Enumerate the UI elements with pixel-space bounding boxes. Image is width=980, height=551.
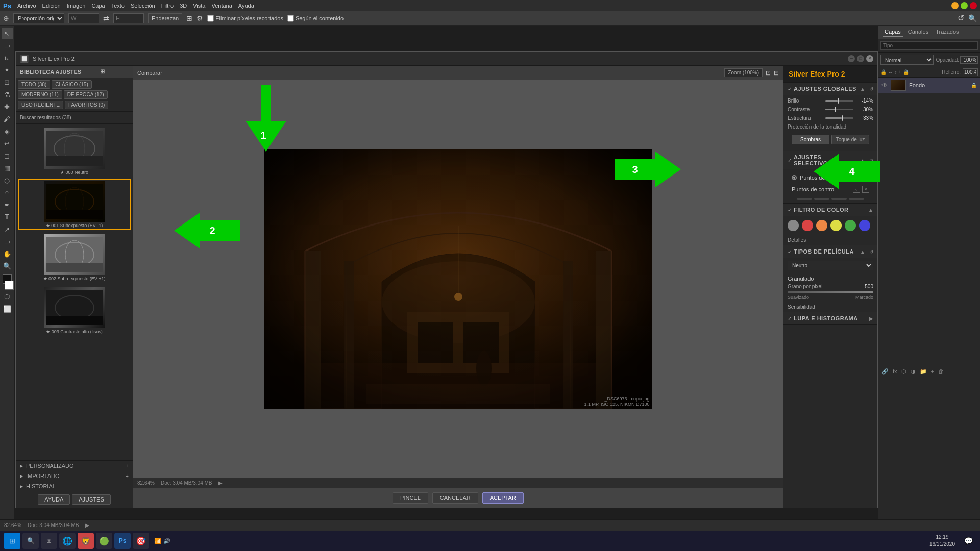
menu-ventana[interactable]: Ventana [211,3,232,9]
history-brush[interactable]: ↩ [2,138,13,149]
settings-icon[interactable]: ⚙ [197,14,203,22]
sensibilidad-label[interactable]: Sensibilidad [783,302,877,312]
new-layer-icon[interactable]: + [931,368,934,375]
move-tool[interactable]: ↖ [2,28,13,39]
color-dot-blue[interactable] [859,220,870,231]
toque-button[interactable]: Toque de luz [831,135,869,144]
taskbar-ps-button[interactable]: Ps [114,533,131,549]
clone-tool[interactable]: ◈ [2,126,13,137]
estructura-slider[interactable] [825,117,853,119]
taskbar-taskview-button[interactable]: ⊞ [41,533,57,549]
menu-texto[interactable]: Texto [111,3,125,9]
background-color[interactable] [5,281,14,290]
color-filter-header[interactable]: ✓ FILTRO DE COLOR ▲ [783,204,877,216]
dodge-tool[interactable]: ○ [2,187,13,198]
heal-tool[interactable]: ✚ [2,101,13,112]
ayuda-button[interactable]: AYUDA [38,494,70,505]
grid-icon[interactable]: ⊞ [186,14,192,22]
menu-capa[interactable]: Capa [91,3,105,9]
gradient-tool[interactable]: ▦ [2,162,13,173]
lasso-tool[interactable]: ⊾ [2,52,13,63]
film-type-select[interactable]: Neutro [788,261,873,270]
pen-tool[interactable]: ✒ [2,199,13,210]
brillo-slider[interactable] [825,100,853,102]
plugin-maximize-btn[interactable]: □ [857,55,864,62]
importado-add-icon[interactable]: + [126,473,129,479]
swap-icon[interactable]: ⇄ [103,14,109,22]
zoom-full-icon[interactable]: ⊟ [774,69,779,77]
taskbar-chrome-button[interactable]: 🟢 [96,533,112,549]
adjustment-icon[interactable]: ◑ [911,368,916,375]
blend-mode-select[interactable]: Normal [880,55,934,65]
personalizado-add-icon[interactable]: + [126,463,129,469]
zoom-tool[interactable]: 🔍 [2,260,13,271]
maximize-button[interactable] [961,2,968,9]
delete-pixels-checkbox[interactable] [207,13,214,23]
taskbar-brave-button[interactable]: 🦁 [78,533,94,549]
content-aware-checkbox[interactable] [287,13,294,23]
group-icon[interactable]: 📁 [920,368,927,375]
enderezan-button[interactable]: Enderezan [148,13,182,23]
preset-item-contraste[interactable]: ★ 003 Contraste alto (lisos) [18,285,131,336]
layers-search-input[interactable] [880,41,978,50]
menu-filtro[interactable]: Filtro [161,3,174,9]
color-filter-collapse-icon[interactable]: ▲ [868,207,873,213]
ps-logo[interactable]: Ps [3,2,11,10]
selective-header[interactable]: ✓ AJUSTES SELECTIVOS ▲ ↺ [783,151,877,169]
taskbar-other-button[interactable]: 🎯 [133,533,149,549]
layers-tab[interactable]: Capas [883,28,903,37]
screen-mode[interactable]: ⬜ [2,303,13,314]
global-reset-icon[interactable]: ↺ [869,86,873,92]
filter-tab-moderno[interactable]: MODERNO (11) [18,90,62,99]
ratio-select[interactable]: Proporción orig. [13,13,64,23]
delete-pixels-label[interactable]: Eliminar píxeles recortados [207,13,283,23]
quick-mask[interactable]: ⬡ [2,291,13,302]
menu-archivo[interactable]: Archivo [17,3,36,9]
layer-visibility-icon[interactable]: 👁 [881,82,888,89]
preset-item-neutro[interactable]: ★ 000 Neutro [18,126,131,177]
film-collapse-icon[interactable]: ▲ [860,249,865,255]
link-icon[interactable]: 🔗 [881,368,889,375]
width-input[interactable] [68,13,99,23]
estructura-handle[interactable] [842,115,843,121]
contraste-slider[interactable] [825,109,853,110]
brush-tool[interactable]: 🖌 [2,113,13,124]
search-icon[interactable]: 🔍 [968,14,977,22]
delete-layer-icon[interactable]: 🗑 [938,368,944,375]
control-points-radio[interactable] [792,175,797,180]
height-input[interactable] [113,13,144,23]
type-tool[interactable]: T [2,211,13,222]
pincel-button[interactable]: PINCEL [393,492,428,504]
eraser-tool[interactable]: ◻ [2,150,13,161]
filter-tab-todo[interactable]: TODO (38) [18,80,50,89]
filter-tab-reciente[interactable]: USO RECIENTE [18,101,63,109]
shape-tool[interactable]: ▭ [2,236,13,247]
reset-points-icon[interactable]: ○ [853,186,860,193]
status-arrow[interactable]: ▶ [85,522,89,528]
taskbar-edge-button[interactable]: 🌐 [59,533,76,549]
close-button[interactable] [970,2,977,9]
brillo-handle[interactable] [838,98,839,104]
channels-tab[interactable]: Canales [906,28,930,37]
opacity-value[interactable] [960,56,978,64]
zoom-display[interactable]: Zoom (100%) [724,68,763,77]
notification-icon[interactable]: 💬 [961,537,976,545]
menu-imagen[interactable]: Imagen [67,3,86,9]
plugin-minimize-btn[interactable]: ─ [848,55,855,62]
filter-tab-clasico[interactable]: CLÁSICO (15) [52,80,91,89]
details-label[interactable]: Detalles [783,235,877,245]
fill-value[interactable] [963,68,978,76]
minimize-button[interactable] [951,2,959,9]
library-grid-icon[interactable]: ≡ [126,69,129,75]
start-button[interactable]: ⊞ [4,533,20,549]
contraste-handle[interactable] [835,107,836,112]
plugin-close-btn[interactable]: ✕ [866,55,873,62]
crop-tool[interactable]: ⊡ [2,77,13,88]
blur-tool[interactable]: ◌ [2,174,13,186]
layer-item-fondo[interactable]: 👁 Fondo 🔒 [878,78,980,93]
taskbar-search-button[interactable]: 🔍 [22,533,39,549]
wand-tool[interactable]: ✦ [2,64,13,76]
menu-edicion[interactable]: Edición [42,3,61,9]
filter-tab-favoritos[interactable]: FAVORITOS (0) [65,101,108,109]
color-dot-green[interactable] [845,220,856,231]
